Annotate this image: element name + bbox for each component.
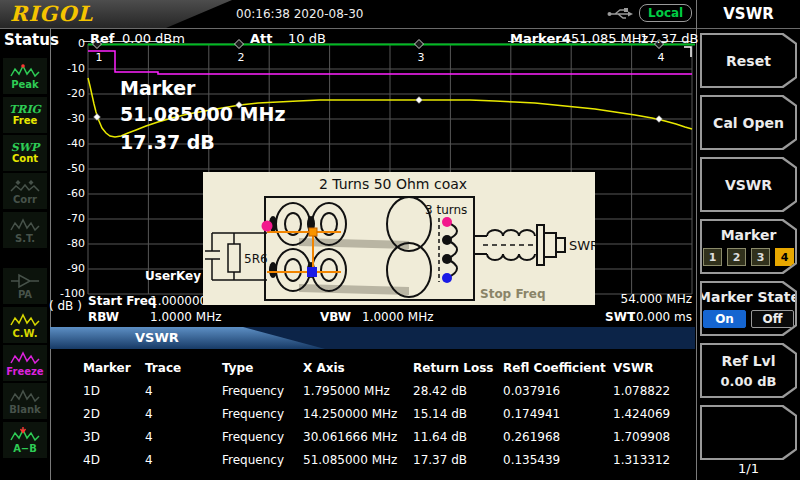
- marker4-readout-amp: 17.37 dB: [640, 31, 699, 46]
- jumper-node: [309, 228, 317, 236]
- table-cell-r3c1: 3D: [83, 430, 100, 444]
- table-header-refl-coefficient: Refl Coefficient: [503, 361, 606, 375]
- marker-1-number: 1: [96, 51, 103, 64]
- winding-dot-black-2: [442, 254, 452, 264]
- marker4-readout-label: Marker4: [510, 31, 571, 46]
- table-cell-r1c4: 1.795000 MHz: [303, 384, 390, 398]
- swt-value: 10.000 ms: [628, 310, 692, 324]
- coax-schematic-inset: 2 Turns 50 Ohm coax 5R6 3 turns: [203, 172, 595, 305]
- marker-3-trace-point: [416, 97, 423, 104]
- y-tick--70: -70: [54, 212, 85, 225]
- y-tick--50: -50: [54, 162, 85, 175]
- y-tick--30: -30: [54, 112, 85, 125]
- table-cell-r4c5: 17.37 dB: [413, 453, 467, 467]
- attenuation-label: Att: [250, 31, 273, 46]
- table-cell-r3c5: 11.64 dB: [413, 430, 467, 444]
- table-cell-r4c6: 0.135439: [503, 453, 560, 467]
- marker-overlay-amplitude: 17.37 dB: [120, 131, 215, 153]
- vbw-value: 1.0000 MHz: [362, 310, 433, 324]
- y-tick--90: -90: [54, 262, 85, 275]
- table-cell-r3c3: Frequency: [222, 430, 284, 444]
- table-cell-r1c1: 1D: [83, 384, 100, 398]
- attenuation-value: 10 dB: [288, 31, 326, 46]
- table-header-trace: Trace: [145, 361, 181, 375]
- y-tick--20: -20: [54, 87, 85, 100]
- table-cell-r3c6: 0.261968: [503, 430, 560, 444]
- vswr-tab: [50, 327, 325, 349]
- marker-2-diamond: [235, 40, 244, 49]
- stop-freq-label-faded: Stop Freq: [480, 287, 545, 301]
- table-header-x-axis: X Axis: [303, 361, 345, 375]
- y-tick--10: -10: [54, 62, 85, 75]
- marker-4-number: 4: [658, 51, 665, 64]
- table-cell-r1c7: 1.078822: [613, 384, 670, 398]
- y-tick--40: -40: [54, 137, 85, 150]
- vbw-label: VBW: [320, 310, 351, 324]
- table-cell-r1c6: 0.037916: [503, 384, 560, 398]
- winding-dot-black-1: [442, 235, 452, 245]
- marker-2-number: 2: [238, 51, 245, 64]
- inset-title: 2 Turns 50 Ohm coax: [319, 176, 467, 192]
- table-cell-r4c4: 51.085000 MHz: [303, 453, 397, 467]
- y-tick--60: -60: [54, 187, 85, 200]
- table-cell-r3c4: 30.061666 MHz: [303, 430, 397, 444]
- table-header-marker: Marker: [83, 361, 131, 375]
- marker-3-diamond: [415, 40, 424, 49]
- table-cell-r2c2: 4: [145, 407, 153, 421]
- y-axis-unit: ( dB ): [49, 299, 82, 313]
- rbw-value: 1.0000 MHz: [150, 310, 221, 324]
- table-cell-r4c7: 1.313312: [613, 453, 670, 467]
- resistor-value-label: 5R6: [244, 252, 268, 266]
- marker-results-table: MarkerTraceTypeX AxisReturn LossRefl Coe…: [50, 352, 696, 480]
- y-tick--80: -80: [54, 237, 85, 250]
- marker-overlay-frequency: 51.085000 MHz: [120, 103, 285, 125]
- table-cell-r4c1: 4D: [83, 453, 100, 467]
- table-cell-r2c3: Frequency: [222, 407, 284, 421]
- stop-freq-value: 54.000 MHz: [621, 292, 692, 306]
- ref-level-label: Ref: [90, 31, 114, 46]
- marker-3-number: 3: [418, 51, 425, 64]
- table-cell-r3c7: 1.709908: [613, 430, 670, 444]
- marker4-readout-freq: 51.085 MHz: [571, 31, 648, 46]
- winding-dot-pink: [442, 217, 452, 227]
- table-cell-r3c2: 4: [145, 430, 153, 444]
- rbw-label: RBW: [88, 310, 119, 324]
- vswr-tab-label: VSWR: [135, 330, 179, 345]
- table-header-vswr: VSWR: [613, 361, 653, 375]
- node-dot-pink: [262, 221, 273, 232]
- table-cell-r2c1: 2D: [83, 407, 100, 421]
- table-cell-r2c5: 15.14 dB: [413, 407, 467, 421]
- swr-port-label: SWR: [569, 238, 595, 253]
- userkey-label: UserKey: [145, 269, 201, 283]
- marker-4-trace-point: [656, 116, 663, 123]
- table-cell-r2c4: 14.250000 MHz: [303, 407, 397, 421]
- table-header-type: Type: [222, 361, 253, 375]
- coax-end-bottom: [269, 262, 277, 278]
- vswr-function-bar: VSWR: [50, 327, 695, 349]
- ref-level-value: 0.00 dBm: [122, 31, 185, 46]
- turns-label: 3 turns: [425, 203, 467, 217]
- table-cell-r1c2: 4: [145, 384, 153, 398]
- node-dot-blue: [307, 267, 317, 277]
- table-cell-r1c3: Frequency: [222, 384, 284, 398]
- marker-overlay-title: Marker: [120, 77, 195, 99]
- y-tick-0: 0: [54, 37, 85, 50]
- table-header-return-loss: Return Loss: [413, 361, 493, 375]
- start-freq-label: Start Freq: [88, 294, 156, 308]
- winding-dot-blue: [442, 273, 452, 283]
- table-cell-r4c3: Frequency: [222, 453, 284, 467]
- analyzer-screen: 1234 RIGOL 00:16:38 2020-08-30 Local Sta…: [0, 0, 800, 480]
- table-cell-r1c5: 28.42 dB: [413, 384, 467, 398]
- table-cell-r4c2: 4: [145, 453, 153, 467]
- table-cell-r2c6: 0.174941: [503, 407, 560, 421]
- table-cell-r2c7: 1.424069: [613, 407, 670, 421]
